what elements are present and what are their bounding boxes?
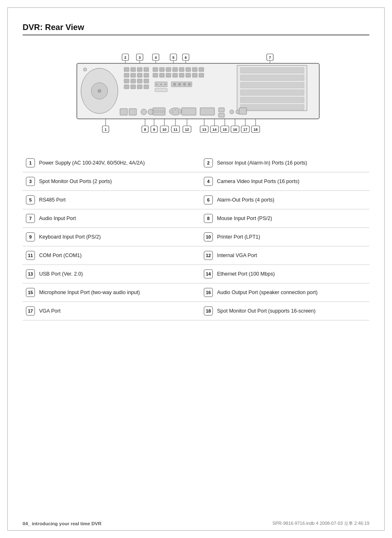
port-cell-5: 5RS485 Port — [23, 191, 191, 209]
page-footer: 04_ introducing your real time DVR SPR-9… — [23, 520, 369, 526]
port-badge-9: 9 — [26, 232, 35, 241]
port-badge-15: 15 — [26, 288, 35, 297]
svg-rect-11 — [131, 73, 136, 77]
svg-rect-13 — [144, 73, 149, 77]
port-desc-12: Internal VGA Port — [217, 253, 257, 258]
port-cell-16: 16Audio Output Port (speaker connection … — [191, 283, 369, 302]
svg-text:8: 8 — [144, 128, 146, 132]
port-cell-6: 6Alarm-Out Ports (4 ports) — [191, 191, 369, 209]
svg-rect-20 — [137, 85, 142, 89]
svg-rect-72 — [182, 108, 196, 115]
svg-point-67 — [172, 110, 173, 111]
page-border-top — [7, 7, 385, 8]
svg-point-41 — [161, 84, 162, 85]
port-desc-3: Spot Monitor Out Ports (2 ports) — [39, 179, 112, 184]
svg-rect-31 — [159, 73, 164, 77]
svg-rect-18 — [124, 85, 129, 89]
port-cell-18: 18Spot Monitor Out Port (supports 16-scr… — [191, 302, 369, 320]
svg-rect-27 — [186, 67, 191, 72]
port-cell-13: 13USB Port (Ver. 2.0) — [23, 265, 191, 283]
footer-left-text: 04_ introducing your real time DVR — [23, 521, 101, 526]
port-badge-14: 14 — [204, 269, 213, 278]
port-cell-8: 8Mouse Input Port (PS/2) — [191, 209, 369, 228]
svg-text:7: 7 — [269, 56, 271, 60]
svg-text:5: 5 — [172, 56, 174, 60]
port-badge-5: 5 — [26, 195, 35, 204]
svg-rect-26 — [179, 67, 184, 72]
svg-rect-21 — [144, 85, 149, 89]
svg-text:13: 13 — [202, 128, 206, 132]
port-badge-16: 16 — [204, 288, 213, 297]
port-desc-16: Audio Output Port (speaker connection po… — [217, 290, 318, 295]
port-desc-1: Power Supply (AC 100-240V, 60/50Hz, 4A/2… — [39, 160, 145, 166]
port-cell-12: 12Internal VGA Port — [191, 246, 369, 265]
svg-rect-73 — [200, 108, 214, 115]
svg-rect-16 — [137, 79, 142, 83]
page-border-right — [384, 7, 385, 531]
svg-point-3 — [98, 89, 101, 93]
port-cell-2: 2Sensor Input (Alarm-In) Ports (16 ports… — [191, 154, 369, 172]
svg-rect-24 — [166, 67, 171, 72]
svg-point-71 — [178, 112, 179, 113]
port-badge-8: 8 — [204, 214, 213, 223]
svg-text:12: 12 — [185, 128, 189, 132]
port-row: 17VGA Port18Spot Monitor Out Port (suppo… — [23, 302, 369, 320]
port-badge-10: 10 — [204, 232, 213, 241]
svg-rect-10 — [124, 73, 129, 77]
port-desc-4: Camera Video Input Ports (16 ports) — [217, 179, 300, 184]
port-cell-7: 7Audio Input Port — [23, 209, 191, 228]
port-badge-6: 6 — [204, 195, 213, 204]
svg-point-70 — [172, 112, 173, 113]
port-badge-18: 18 — [204, 306, 213, 315]
svg-point-76 — [230, 110, 234, 114]
port-desc-2: Sensor Input (Alarm-In) Ports (16 ports) — [217, 160, 307, 166]
svg-rect-33 — [173, 73, 178, 77]
svg-text:17: 17 — [243, 128, 247, 132]
svg-rect-36 — [192, 73, 197, 77]
svg-rect-39 — [155, 88, 167, 92]
svg-rect-8 — [137, 67, 142, 72]
svg-rect-49 — [240, 67, 304, 73]
svg-point-68 — [175, 109, 176, 110]
port-table: 1Power Supply (AC 100-240V, 60/50Hz, 4A/… — [23, 154, 369, 320]
svg-rect-53 — [240, 97, 304, 103]
title-section: DVR: Rear View — [23, 23, 369, 35]
svg-text:4: 4 — [154, 56, 157, 60]
svg-point-69 — [178, 110, 179, 111]
port-desc-14: Ethernet Port (100 Mbps) — [217, 271, 274, 277]
port-cell-11: 11COM Port (COM1) — [23, 246, 191, 265]
svg-text:6: 6 — [184, 56, 187, 60]
port-row: 11COM Port (COM1)12Internal VGA Port — [23, 246, 369, 265]
port-desc-6: Alarm-Out Ports (4 ports) — [217, 197, 274, 203]
port-cell-1: 1Power Supply (AC 100-240V, 60/50Hz, 4A/… — [23, 154, 191, 172]
port-cell-4: 4Camera Video Input Ports (16 ports) — [191, 172, 369, 191]
port-desc-11: COM Port (COM1) — [39, 253, 81, 258]
port-desc-17: VGA Port — [39, 308, 60, 314]
port-badge-3: 3 — [26, 177, 35, 186]
port-cell-10: 10Printer Port (LPT1) — [191, 228, 369, 246]
dvr-diagram-container: 2 3 4 5 — [23, 43, 369, 141]
svg-rect-28 — [192, 67, 197, 72]
port-cell-15: 15Microphone Input Port (two-way audio i… — [23, 283, 191, 302]
svg-point-44 — [173, 83, 176, 86]
svg-point-57 — [141, 109, 147, 115]
svg-point-66 — [169, 108, 182, 115]
svg-rect-22 — [153, 67, 158, 72]
svg-rect-37 — [199, 73, 204, 77]
port-cell-14: 14Ethernet Port (100 Mbps) — [191, 265, 369, 283]
svg-rect-9 — [144, 67, 149, 72]
svg-text:18: 18 — [254, 128, 258, 132]
port-desc-5: RS485 Port — [39, 197, 66, 203]
dvr-svg: 2 3 4 5 — [65, 49, 327, 135]
port-row: 9Keyboard Input Port (PS/2)10Printer Por… — [23, 228, 369, 246]
svg-point-40 — [157, 84, 158, 85]
port-badge-13: 13 — [26, 269, 35, 278]
svg-rect-74 — [219, 108, 224, 112]
port-desc-10: Printer Port (LPT1) — [217, 234, 260, 240]
port-row: 15Microphone Input Port (two-way audio i… — [23, 283, 369, 302]
svg-rect-78 — [239, 108, 247, 114]
svg-rect-17 — [144, 79, 149, 83]
svg-point-46 — [183, 83, 186, 86]
port-desc-7: Audio Input Port — [39, 216, 76, 221]
svg-rect-15 — [131, 79, 136, 83]
